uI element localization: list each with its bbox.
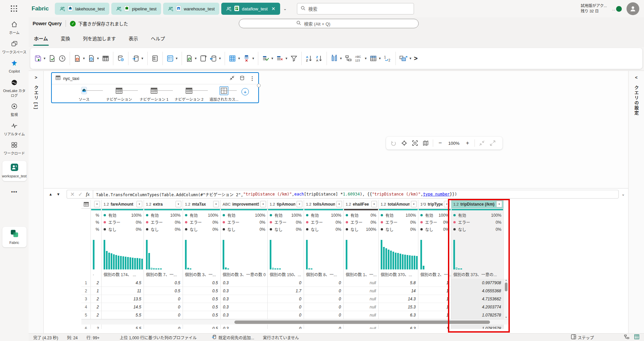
data-cell[interactable]: 2 <box>91 303 101 311</box>
steps-toggle[interactable]: ステップ <box>571 334 594 340</box>
column-header[interactable]: 1.2 ehailFee ▼ <box>344 200 378 209</box>
ribbon-merge-queries-icon[interactable]: ▼ <box>398 53 413 64</box>
sidebar-item-ワークロード[interactable]: ワークロード <box>1 141 28 156</box>
column-histogram[interactable] <box>268 233 304 271</box>
close-tab-icon[interactable]: ✕ <box>271 6 275 11</box>
zoom-in-icon[interactable]: + <box>463 138 472 148</box>
data-cell[interactable]: 0.5 <box>144 287 183 295</box>
column-header[interactable]: 1²3 tripType ▼ <box>418 200 451 209</box>
column-filter-icon[interactable]: ▼ <box>176 201 181 207</box>
column-filter-icon[interactable]: ▼ <box>137 201 142 207</box>
data-cell[interactable]: 1 <box>418 295 451 303</box>
next-step-icon[interactable]: ▼ <box>55 191 62 197</box>
data-cell[interactable]: 0.3 <box>221 311 267 319</box>
ribbon-manage-parameters-icon[interactable]: ▼ <box>165 53 179 64</box>
table-view-icon[interactable] <box>634 334 639 340</box>
ribbon-use-first-row-icon[interactable]: ▼ <box>368 53 382 64</box>
status-profile[interactable]: 上位 1,000 行に基づいた列のプロファイル <box>120 335 197 340</box>
data-cell[interactable]: 1 <box>418 303 451 311</box>
ribbon-keep-rows-icon[interactable]: ▼ <box>261 53 275 64</box>
app-launcher-icon[interactable] <box>11 5 17 12</box>
column-header[interactable]: 1.2 fareAmount ▼ <box>102 200 144 209</box>
ribbon-save-icon[interactable]: ▼ <box>33 53 47 64</box>
fabric-brand[interactable]: Fabric <box>32 5 49 12</box>
column-header[interactable]: 1.2 tollsAmount ▼ <box>304 200 343 209</box>
column-tollsAmount[interactable]: 1.2 tollsAmount ▼ 有効100% エラー0% なし0% 個別の数… <box>304 200 344 319</box>
ribbon-sort-za-icon[interactable]: ZA <box>314 53 324 64</box>
data-cell[interactable]: null <box>344 287 378 295</box>
data-cell[interactable]: 0 <box>304 279 343 287</box>
full-screen-icon[interactable] <box>488 138 497 148</box>
scroll-up-icon[interactable]: ▲ <box>505 279 507 281</box>
data-cell[interactable]: 0 <box>268 303 304 311</box>
queries-rail-label[interactable]: クエリ [1] <box>33 85 39 110</box>
column-partial[interactable]: ▼ % % % .21222 <box>91 200 102 319</box>
column-filter-icon[interactable]: ▼ <box>336 201 342 207</box>
sidebar-item-OneLake-カタログ[interactable]: OneLake カタログ <box>1 79 28 98</box>
sidebar-item-リアルタイム[interactable]: リアルタイム <box>1 122 28 137</box>
column-histogram[interactable] <box>91 233 101 271</box>
column-filter-icon[interactable]: ▼ <box>411 201 417 207</box>
more-menu-icon[interactable]: ⋮ <box>250 75 255 82</box>
account-avatar[interactable] <box>627 2 639 15</box>
mini-map-icon[interactable] <box>421 138 430 148</box>
column-header[interactable]: ▼ <box>91 200 101 209</box>
ribbon-validate-icon[interactable] <box>47 53 57 64</box>
ribbon-replace-values-icon[interactable]: 12 <box>382 53 393 64</box>
column-extra[interactable]: 1.2 extra ▼ 有効100% エラー0% なし0% 個別の数 7、一..… <box>144 200 183 319</box>
trial-badge[interactable]: 試用版がアク... 残り 32 日 <box>581 3 607 14</box>
expand-queries-icon[interactable]: > <box>35 75 37 80</box>
sidebar-item-Copilot[interactable]: Copilot <box>1 59 28 74</box>
menu-tab-ヘルプ[interactable]: ヘルプ <box>150 33 166 44</box>
data-cell[interactable]: 4.7153662 <box>451 295 503 303</box>
data-cell[interactable]: 11 <box>102 287 144 295</box>
data-cell[interactable]: 1 <box>91 287 101 295</box>
data-cell[interactable]: 4.5 <box>102 279 144 287</box>
cancel-formula-icon[interactable]: ✕ <box>70 191 75 198</box>
data-cell[interactable]: null <box>344 279 378 287</box>
data-cell[interactable]: 0 <box>268 279 304 287</box>
add-step-button[interactable]: + <box>241 88 249 95</box>
output-connector-dot[interactable] <box>257 84 261 87</box>
data-cell[interactable]: 4.2003774 <box>451 303 503 311</box>
sidebar-item-more[interactable]: ••• <box>1 189 28 195</box>
sidebar-item-Fabric[interactable]: Fabric <box>2 227 27 248</box>
query-card[interactable]: nyc_taxi ⋮ ソース ナビゲーション ナビゲーション 1 ナビゲーション… <box>51 72 259 103</box>
settings-rail-label[interactable]: クエリの設定 <box>633 85 640 116</box>
ribbon-overflow-arrow-icon[interactable]: > <box>413 53 419 63</box>
view-toggle[interactable] <box>624 334 639 340</box>
data-cell[interactable]: 0.3 <box>221 295 267 303</box>
data-cell[interactable]: 0 <box>268 311 304 319</box>
data-cell[interactable]: 0 <box>304 303 343 311</box>
pq-search-input[interactable]: 検索 (Alt + Q) <box>239 19 419 28</box>
horizontal-scrollbar[interactable] <box>81 319 508 325</box>
step-ナビゲーション 1[interactable]: ナビゲーション 1 <box>137 86 172 102</box>
ribbon-enter-data-icon[interactable]: ▼ <box>209 53 223 64</box>
data-cell[interactable]: 15.3 <box>379 303 418 311</box>
column-histogram[interactable] <box>144 233 183 271</box>
grid-corner-icon[interactable] <box>81 200 90 209</box>
ribbon-get-data-icon[interactable]: ▼ <box>72 53 86 64</box>
ribbon-remove-columns-icon[interactable]: ▼ <box>241 53 256 64</box>
ribbon-history-clock-icon[interactable] <box>57 53 67 64</box>
column-header[interactable]: 1.2 totalAmount ▼ <box>379 200 418 209</box>
data-cell[interactable]: 1.7 <box>268 287 304 295</box>
column-tripDistance (/km)[interactable]: 1.2 tripDistance (/km) ▼ 有効100% エラー0% なし… <box>451 200 504 319</box>
column-improvementSurcharge[interactable]: ABC improvementSurcharge ▼ 有効100% エラー0% … <box>221 200 268 319</box>
column-filter-icon[interactable]: ▼ <box>94 201 100 207</box>
ribbon-choose-columns-icon[interactable]: ▼ <box>227 53 241 64</box>
collapse-view-icon[interactable] <box>477 138 487 148</box>
tab-lakehouse_test[interactable]: 1 lakehouse_test <box>55 3 109 15</box>
data-cell[interactable]: 1 <box>418 311 451 319</box>
vscroll-thumb[interactable] <box>505 283 507 291</box>
tab-warehouse_test[interactable]: 1 warehouse_test <box>163 3 219 15</box>
notifications[interactable]: .. <box>612 6 622 12</box>
ribbon-table-icon[interactable] <box>101 53 111 64</box>
column-filter-icon[interactable]: ▼ <box>371 201 377 207</box>
column-header[interactable]: 1.2 extra ▼ <box>144 200 183 209</box>
data-cell[interactable]: 1.0782578 <box>451 311 503 319</box>
ribbon-filter-icon[interactable] <box>289 53 299 64</box>
tab-dataflow_test[interactable]: 1 dataflow_test✕ <box>221 3 280 15</box>
column-filter-icon[interactable]: ▼ <box>444 201 450 207</box>
vertical-scrollbar[interactable]: ▲ ▼ <box>504 279 508 319</box>
